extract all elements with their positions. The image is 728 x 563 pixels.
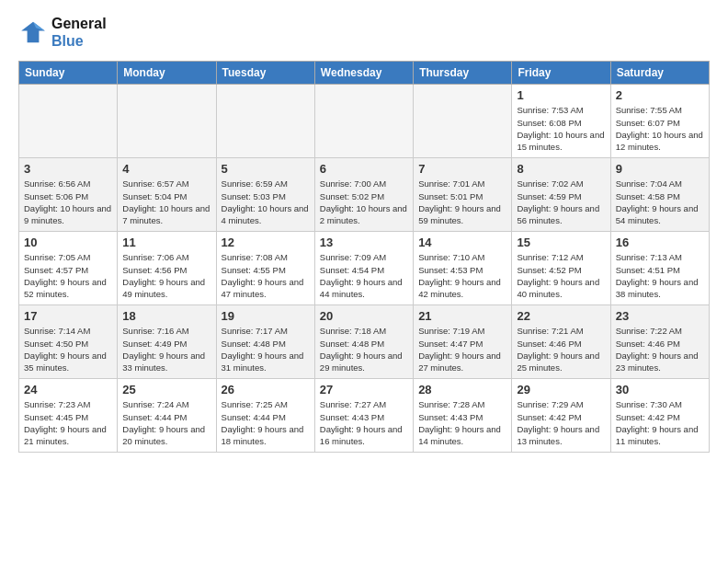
day-number: 27 (320, 383, 408, 396)
day-number: 26 (222, 383, 310, 396)
calendar-cell: 29Sunrise: 7:29 AM Sunset: 4:42 PM Dayli… (512, 379, 610, 453)
day-info: Sunrise: 7:27 AM Sunset: 4:43 PM Dayligh… (320, 398, 408, 447)
calendar-cell: 18Sunrise: 7:16 AM Sunset: 4:49 PM Dayli… (118, 305, 216, 379)
day-info: Sunrise: 7:21 AM Sunset: 4:46 PM Dayligh… (517, 325, 605, 373)
calendar-cell: 27Sunrise: 7:27 AM Sunset: 4:43 PM Dayli… (314, 379, 413, 453)
calendar-cell (314, 85, 413, 158)
day-info: Sunrise: 7:02 AM Sunset: 4:59 PM Dayligh… (517, 178, 605, 226)
calendar-cell: 12Sunrise: 7:08 AM Sunset: 4:55 PM Dayli… (216, 232, 314, 305)
calendar-cell: 28Sunrise: 7:28 AM Sunset: 4:43 PM Dayli… (414, 379, 512, 453)
day-number: 15 (517, 236, 605, 249)
weekday-thursday: Thursday (414, 62, 512, 85)
calendar-cell: 16Sunrise: 7:13 AM Sunset: 4:51 PM Dayli… (610, 232, 709, 305)
calendar-week-1: 1Sunrise: 7:53 AM Sunset: 6:08 PM Daylig… (19, 85, 710, 158)
day-info: Sunrise: 7:16 AM Sunset: 4:49 PM Dayligh… (122, 325, 210, 373)
day-info: Sunrise: 7:19 AM Sunset: 4:47 PM Dayligh… (418, 325, 506, 373)
day-info: Sunrise: 7:28 AM Sunset: 4:43 PM Dayligh… (418, 398, 506, 447)
day-info: Sunrise: 7:06 AM Sunset: 4:56 PM Dayligh… (122, 251, 210, 300)
calendar-cell: 15Sunrise: 7:12 AM Sunset: 4:52 PM Dayli… (512, 232, 610, 305)
calendar-cell: 20Sunrise: 7:18 AM Sunset: 4:48 PM Dayli… (314, 305, 413, 379)
day-number: 22 (517, 309, 605, 323)
day-info: Sunrise: 7:13 AM Sunset: 4:51 PM Dayligh… (616, 251, 704, 300)
day-number: 2 (616, 88, 704, 102)
day-number: 5 (222, 162, 310, 176)
day-info: Sunrise: 7:53 AM Sunset: 6:08 PM Dayligh… (517, 104, 605, 153)
day-info: Sunrise: 7:29 AM Sunset: 4:42 PM Dayligh… (517, 398, 605, 447)
day-info: Sunrise: 7:00 AM Sunset: 5:02 PM Dayligh… (320, 178, 408, 226)
calendar-cell (414, 85, 512, 158)
day-number: 21 (418, 309, 506, 323)
day-info: Sunrise: 7:12 AM Sunset: 4:52 PM Dayligh… (517, 251, 605, 300)
calendar-cell: 4Sunrise: 6:57 AM Sunset: 5:04 PM Daylig… (118, 158, 216, 232)
day-number: 25 (122, 383, 210, 396)
day-info: Sunrise: 7:22 AM Sunset: 4:46 PM Dayligh… (616, 325, 704, 373)
calendar-cell (118, 85, 216, 158)
calendar-week-4: 17Sunrise: 7:14 AM Sunset: 4:50 PM Dayli… (19, 305, 710, 379)
day-info: Sunrise: 7:04 AM Sunset: 4:58 PM Dayligh… (616, 178, 704, 226)
logo: General Blue (18, 15, 107, 50)
weekday-wednesday: Wednesday (314, 62, 413, 85)
day-number: 11 (122, 236, 210, 249)
calendar-cell: 14Sunrise: 7:10 AM Sunset: 4:53 PM Dayli… (414, 232, 512, 305)
day-number: 16 (616, 236, 704, 249)
day-number: 18 (122, 309, 210, 323)
page-container: General Blue SundayMondayTuesdayWednesda… (0, 0, 728, 467)
day-info: Sunrise: 7:09 AM Sunset: 4:54 PM Dayligh… (320, 251, 408, 300)
calendar-cell: 25Sunrise: 7:24 AM Sunset: 4:44 PM Dayli… (118, 379, 216, 453)
day-number: 3 (24, 162, 112, 176)
day-info: Sunrise: 7:55 AM Sunset: 6:07 PM Dayligh… (616, 104, 704, 153)
day-number: 12 (222, 236, 310, 249)
day-number: 19 (222, 309, 310, 323)
day-number: 17 (24, 309, 112, 323)
calendar-cell: 30Sunrise: 7:30 AM Sunset: 4:42 PM Dayli… (610, 379, 709, 453)
day-number: 30 (616, 383, 704, 396)
day-info: Sunrise: 6:56 AM Sunset: 5:06 PM Dayligh… (24, 178, 112, 226)
day-info: Sunrise: 7:10 AM Sunset: 4:53 PM Dayligh… (418, 251, 506, 300)
day-number: 24 (24, 383, 112, 396)
calendar-table: SundayMondayTuesdayWednesdayThursdayFrid… (18, 61, 710, 453)
day-number: 8 (517, 162, 605, 176)
day-number: 10 (24, 236, 112, 249)
day-number: 14 (418, 236, 506, 249)
calendar-cell: 23Sunrise: 7:22 AM Sunset: 4:46 PM Dayli… (610, 305, 709, 379)
day-info: Sunrise: 7:05 AM Sunset: 4:57 PM Dayligh… (24, 251, 112, 300)
day-info: Sunrise: 7:17 AM Sunset: 4:48 PM Dayligh… (222, 325, 310, 373)
calendar-cell: 3Sunrise: 6:56 AM Sunset: 5:06 PM Daylig… (19, 158, 118, 232)
calendar-cell: 19Sunrise: 7:17 AM Sunset: 4:48 PM Dayli… (216, 305, 314, 379)
day-number: 7 (418, 162, 506, 176)
weekday-monday: Monday (118, 62, 216, 85)
calendar-cell: 13Sunrise: 7:09 AM Sunset: 4:54 PM Dayli… (314, 232, 413, 305)
calendar-cell (19, 85, 118, 158)
calendar-cell: 22Sunrise: 7:21 AM Sunset: 4:46 PM Dayli… (512, 305, 610, 379)
day-number: 29 (517, 383, 605, 396)
calendar-cell: 6Sunrise: 7:00 AM Sunset: 5:02 PM Daylig… (314, 158, 413, 232)
calendar-cell: 7Sunrise: 7:01 AM Sunset: 5:01 PM Daylig… (414, 158, 512, 232)
day-info: Sunrise: 6:59 AM Sunset: 5:03 PM Dayligh… (222, 178, 310, 226)
calendar-week-5: 24Sunrise: 7:23 AM Sunset: 4:45 PM Dayli… (19, 379, 710, 453)
day-info: Sunrise: 7:01 AM Sunset: 5:01 PM Dayligh… (418, 178, 506, 226)
day-number: 28 (418, 383, 506, 396)
calendar-cell: 26Sunrise: 7:25 AM Sunset: 4:44 PM Dayli… (216, 379, 314, 453)
day-info: Sunrise: 7:25 AM Sunset: 4:44 PM Dayligh… (222, 398, 310, 447)
day-info: Sunrise: 6:57 AM Sunset: 5:04 PM Dayligh… (122, 178, 210, 226)
calendar-week-3: 10Sunrise: 7:05 AM Sunset: 4:57 PM Dayli… (19, 232, 710, 305)
day-number: 13 (320, 236, 408, 249)
day-number: 20 (320, 309, 408, 323)
day-info: Sunrise: 7:08 AM Sunset: 4:55 PM Dayligh… (222, 251, 310, 300)
day-info: Sunrise: 7:24 AM Sunset: 4:44 PM Dayligh… (122, 398, 210, 447)
day-number: 9 (616, 162, 704, 176)
day-info: Sunrise: 7:23 AM Sunset: 4:45 PM Dayligh… (24, 398, 112, 447)
calendar-cell: 21Sunrise: 7:19 AM Sunset: 4:47 PM Dayli… (414, 305, 512, 379)
day-number: 4 (122, 162, 210, 176)
svg-marker-0 (21, 22, 45, 42)
day-number: 23 (616, 309, 704, 323)
calendar-cell: 2Sunrise: 7:55 AM Sunset: 6:07 PM Daylig… (610, 85, 709, 158)
calendar-cell: 10Sunrise: 7:05 AM Sunset: 4:57 PM Dayli… (19, 232, 118, 305)
calendar-cell: 24Sunrise: 7:23 AM Sunset: 4:45 PM Dayli… (19, 379, 118, 453)
calendar-cell: 9Sunrise: 7:04 AM Sunset: 4:58 PM Daylig… (610, 158, 709, 232)
day-number: 1 (517, 88, 605, 102)
calendar-cell: 17Sunrise: 7:14 AM Sunset: 4:50 PM Dayli… (19, 305, 118, 379)
logo-icon (18, 17, 48, 47)
weekday-sunday: Sunday (19, 62, 118, 85)
day-number: 6 (320, 162, 408, 176)
